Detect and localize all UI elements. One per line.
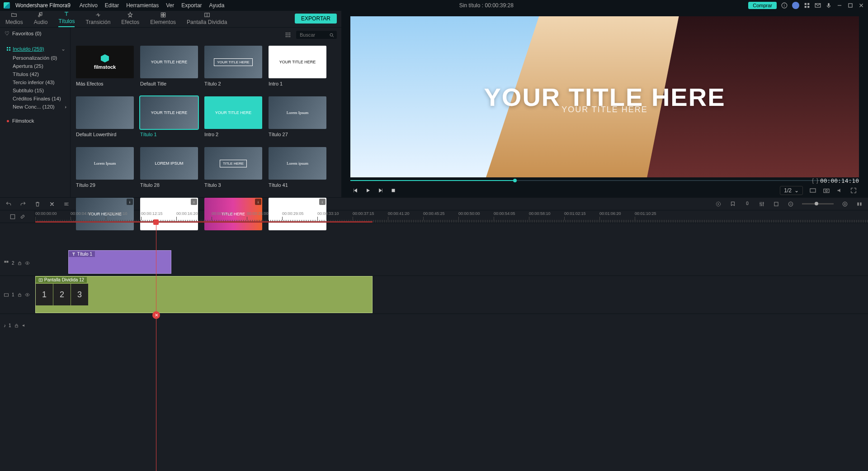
preview-page[interactable]: 1/2⌄ (780, 186, 803, 195)
tab-transicion[interactable]: Transición (85, 12, 110, 27)
tab-medios[interactable]: Medios (5, 12, 23, 27)
next-frame-button[interactable] (377, 187, 384, 194)
user-avatar[interactable] (792, 2, 799, 9)
close-icon[interactable] (858, 2, 864, 9)
title-item[interactable]: Lorem ipsumTítulo 41 (269, 147, 326, 188)
mute-icon[interactable] (22, 323, 27, 328)
grid-icon[interactable] (804, 2, 810, 9)
menu-ver[interactable]: Ver (166, 2, 174, 9)
info-icon[interactable]: i (781, 2, 788, 9)
sidebar-subtitulo[interactable]: Subtítulo (15) (0, 86, 70, 95)
tab-titulos[interactable]: Títulos (58, 11, 75, 27)
sidebar-apertura[interactable]: Apertura (25) (0, 62, 70, 70)
marker-icon[interactable] (730, 201, 736, 207)
sidebar-incluido[interactable]: Incluido (259) ⌄ (0, 44, 70, 54)
tab-elementos[interactable]: Elementos (150, 12, 176, 27)
zoom-in-button[interactable] (842, 201, 848, 207)
title-item[interactable]: Lorem IpsumTítulo 27 (269, 96, 326, 137)
svg-rect-36 (857, 202, 859, 205)
edit-icon[interactable] (63, 201, 70, 207)
title-item[interactable]: YOUR TITLE HEREIntro 1 (269, 46, 326, 86)
mic-icon[interactable] (826, 2, 832, 9)
mixer-icon[interactable] (759, 201, 765, 207)
undo-button[interactable] (5, 201, 12, 207)
title-item[interactable]: filmstockMás Efectos (76, 46, 134, 86)
eye-icon[interactable] (25, 292, 30, 297)
title-item[interactable]: YOUR TITLE HEREIntro 2 (204, 96, 262, 137)
zoom-slider[interactable] (802, 203, 834, 205)
title-item[interactable]: LOREM IPSUMTítulo 28 (140, 147, 198, 188)
split-frame-3: 3 (71, 284, 88, 305)
lock-icon[interactable] (14, 323, 19, 328)
lock-icon[interactable] (17, 292, 22, 297)
export-button[interactable]: EXPORTAR (295, 14, 337, 24)
title-item[interactable]: YOUR TITLE HEREDefault Title (140, 46, 198, 86)
svg-rect-44 (18, 295, 21, 296)
tab-pantalla-dividida[interactable]: Pantalla Dividida (187, 12, 227, 27)
quality-icon[interactable] (809, 187, 816, 194)
lock-icon[interactable] (17, 261, 22, 266)
menu-herramientas[interactable]: Herramientas (126, 2, 159, 9)
maximize-icon[interactable] (847, 2, 854, 9)
view-grid-icon[interactable] (284, 31, 292, 38)
zoom-out-button[interactable] (788, 201, 794, 207)
preview-viewport[interactable]: YOUR TITLE HERE YOUR TITLE HERE (350, 16, 859, 177)
record-vo-icon[interactable] (744, 201, 750, 207)
sidebar-titulos[interactable]: Títulos (42) (0, 70, 70, 78)
favorites-heading[interactable]: ♡ Favoritos (0) (0, 28, 70, 39)
crop-icon[interactable] (773, 201, 779, 207)
prev-frame-button[interactable] (352, 187, 359, 194)
timeline-settings-icon[interactable] (9, 214, 16, 220)
sidebar-creditos-finales[interactable]: Créditos Finales (14) (0, 95, 70, 103)
buy-button[interactable]: Comprar (748, 2, 777, 9)
volume-icon[interactable] (836, 187, 844, 194)
sidebar-filmstock[interactable]: ●Filmstock (0, 115, 70, 125)
sidebar-tercio-inferior[interactable]: Tercio inferior (43) (0, 78, 70, 86)
mail-icon[interactable] (815, 2, 821, 9)
menu-exportar[interactable]: Exportar (181, 2, 202, 9)
svg-rect-4 (805, 6, 807, 8)
track-head-controls (0, 210, 35, 223)
tab-audio[interactable]: Audio (34, 12, 48, 27)
menu-archivo[interactable]: Archivo (80, 2, 98, 9)
tab-efectos[interactable]: Efectos (121, 12, 139, 27)
title-item[interactable]: YOUR TITLE HERETítulo 2 (204, 46, 262, 86)
title-item[interactable]: YOUR TITLE HERETítulo 1 (140, 96, 198, 137)
playhead-delete-icon[interactable]: ✕ (152, 311, 160, 319)
snapshot-icon[interactable] (823, 187, 830, 194)
play-button[interactable] (365, 187, 371, 194)
stop-button[interactable] (390, 187, 396, 194)
search-icon[interactable] (329, 33, 335, 38)
track-head-v1[interactable]: 1 (0, 276, 35, 314)
svg-rect-5 (807, 6, 809, 8)
track-head-a1[interactable]: ♪1 (0, 314, 35, 337)
track-head-t2[interactable]: 2 (0, 250, 35, 276)
sidebar-new-concepts[interactable]: New Conc... (120)› (0, 103, 70, 111)
link-icon[interactable] (19, 214, 26, 220)
delete-button[interactable] (34, 201, 41, 207)
split-frame-2: 2 (53, 284, 71, 305)
minimize-icon[interactable] (836, 2, 843, 9)
render-icon[interactable] (715, 201, 722, 207)
title-item[interactable]: TITLE HERETítulo 3 (204, 147, 262, 188)
split-button[interactable] (49, 201, 55, 207)
sidebar-personalizacion[interactable]: Personalización (0) (0, 54, 70, 62)
asset-panel: Medios Audio Títulos Transición Efectos … (0, 11, 341, 197)
eye-icon[interactable] (25, 261, 30, 266)
clip-pantalla-dividida[interactable]: Pantalla Dividida 12 1 2 3 (35, 276, 373, 313)
svg-point-15 (288, 33, 289, 34)
zoom-fit-button[interactable] (856, 201, 863, 207)
asset-tabs: Medios Audio Títulos Transición Efectos … (0, 11, 341, 28)
timeline-ruler[interactable]: 00:00:00:0000:00:04:0500:00:08:1000:00:1… (35, 210, 868, 223)
title-item[interactable]: Lorem IpsumTítulo 29 (76, 147, 134, 188)
menu-editar[interactable]: Editar (105, 2, 119, 9)
fullscreen-icon[interactable] (850, 187, 857, 194)
title-item[interactable]: Default Lowerthird (76, 96, 134, 137)
menubar: Archivo Editar Herramientas Ver Exportar… (80, 2, 225, 9)
playhead[interactable]: ✕ (156, 223, 156, 471)
menu-ayuda[interactable]: Ayuda (209, 2, 225, 9)
redo-button[interactable] (20, 201, 26, 207)
preview-scrubber[interactable]: { } 00:00:14:10 (350, 177, 859, 184)
svg-rect-25 (810, 189, 816, 192)
svg-point-17 (286, 34, 287, 36)
